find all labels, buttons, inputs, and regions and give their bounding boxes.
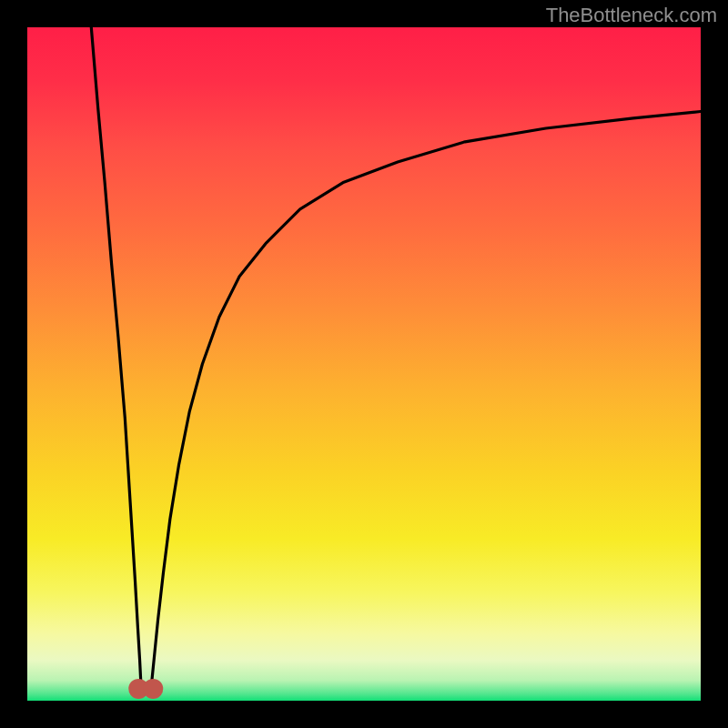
cusp-marker: [128, 679, 163, 699]
plot-area: [27, 27, 701, 701]
right-branch-curve: [151, 112, 701, 688]
left-branch-curve: [91, 27, 141, 687]
lobe-right-icon: [143, 679, 163, 699]
watermark-text: TheBottleneck.com: [546, 4, 717, 27]
curve-layer: [27, 27, 701, 701]
